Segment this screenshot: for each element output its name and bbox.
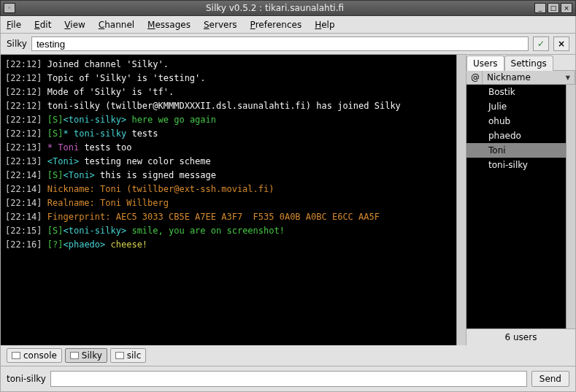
window-title: Silky v0.5.2 : tikari.saunalahti.fi — [15, 3, 534, 13]
channel-tab[interactable]: Silky — [65, 348, 107, 363]
userlist-item[interactable]: Bostik — [466, 85, 566, 99]
chat-line: [22:15] [S]<toni-silky> smile, you are o… — [5, 224, 452, 238]
userlist-col-nick[interactable]: Nickname ▼ — [483, 71, 575, 84]
chat-line: [22:13] <Toni> testing new color scheme — [5, 155, 452, 169]
maximize-button[interactable]: □ — [548, 3, 559, 13]
entry-row: toni-silky Send — [0, 366, 576, 392]
chat-line: [22:14] Realname: Toni Willberg — [5, 196, 452, 210]
menu-servers[interactable]: Servers — [204, 20, 237, 30]
chat-line: [22:12] [S]<toni-silky> here we go again — [5, 113, 452, 127]
userlist-header: @ Nickname ▼ — [466, 71, 575, 85]
entry-nick: toni-silky — [7, 374, 46, 384]
chat-line: [22:16] [?]<phaedo> cheese! — [5, 238, 452, 252]
message-input[interactable] — [50, 371, 527, 387]
channel-tab[interactable]: silc — [110, 348, 147, 363]
chat-scrollbar[interactable] — [456, 55, 466, 345]
window-icon — [12, 352, 20, 359]
sidebar-right: Users Settings @ Nickname ▼ BostikJulieo… — [466, 55, 575, 345]
chat-line: [22:13] * Toni tests too — [5, 141, 452, 155]
channel-tabs: consoleSilkysilc — [0, 345, 576, 366]
channel-tab-label: Silky — [82, 350, 102, 361]
main-body: [22:12] Joined channel 'Silky'.[22:12] T… — [0, 55, 576, 345]
menu-messages[interactable]: Messages — [147, 20, 191, 30]
topic-channel-label: Silky — [7, 39, 27, 49]
window-menu-icon[interactable]: ◦ — [4, 3, 15, 13]
chevron-down-icon: ▼ — [566, 74, 570, 81]
userlist-item[interactable]: Toni — [466, 143, 566, 158]
userlist-item[interactable]: phaedo — [466, 128, 566, 143]
userlist-scrollbar[interactable] — [566, 85, 575, 328]
userlist-col-mode[interactable]: @ — [466, 71, 483, 84]
topic-close-button[interactable]: × — [553, 36, 569, 51]
topic-accept-button[interactable]: ✓ — [533, 36, 549, 51]
window-titlebar: ◦ Silky v0.5.2 : tikari.saunalahti.fi _ … — [0, 0, 576, 16]
menu-file[interactable]: File — [7, 20, 21, 30]
minimize-button[interactable]: _ — [534, 3, 546, 13]
right-tabs: Users Settings — [466, 55, 575, 71]
chat-line: [22:14] Fingerprint: AEC5 3033 CB5E A7EE… — [5, 210, 452, 224]
menu-edit[interactable]: Edit — [34, 20, 51, 30]
menu-help[interactable]: Help — [315, 20, 334, 30]
chat-line: [22:12] Joined channel 'Silky'. — [5, 58, 452, 72]
chat-log[interactable]: [22:12] Joined channel 'Silky'.[22:12] T… — [1, 55, 456, 345]
menubar: File Edit View Channel Messages Servers … — [0, 16, 576, 34]
window-icon — [115, 352, 124, 359]
send-button[interactable]: Send — [531, 371, 569, 387]
menu-view[interactable]: View — [64, 20, 85, 30]
menu-channel[interactable]: Channel — [99, 20, 134, 30]
chat-line: [22:12] toni-silky (twillber@KMMMDXXXII.… — [5, 99, 452, 113]
chat-line: [22:12] Topic of 'Silky' is 'testing'. — [5, 72, 452, 85]
menu-preferences[interactable]: Preferences — [250, 20, 302, 30]
chat-line: [22:12] [S]* toni-silky tests — [5, 127, 452, 141]
userlist: BostikJulieohubphaedoTonitoni-silky — [466, 85, 566, 328]
check-icon: ✓ — [537, 39, 545, 49]
topic-row: Silky ✓ × — [0, 34, 576, 55]
channel-tab-label: silc — [127, 350, 142, 361]
userlist-item[interactable]: toni-silky — [466, 158, 566, 172]
close-window-button[interactable]: × — [561, 3, 572, 13]
tab-users[interactable]: Users — [466, 55, 504, 71]
chat-line: [22:14] Nickname: Toni (twillber@ext-ssh… — [5, 182, 452, 196]
userlist-item[interactable]: ohub — [466, 114, 566, 128]
window-icon — [70, 352, 79, 359]
chat-line: [22:12] Mode of 'Silky' is 'tf'. — [5, 85, 452, 99]
channel-tab-label: console — [23, 350, 57, 361]
close-icon: × — [558, 39, 565, 49]
tab-settings[interactable]: Settings — [504, 55, 553, 71]
userlist-item[interactable]: Julie — [466, 99, 566, 114]
user-count: 6 users — [466, 328, 575, 345]
chat-area-wrap: [22:12] Joined channel 'Silky'.[22:12] T… — [1, 55, 466, 345]
channel-tab[interactable]: console — [7, 348, 62, 363]
topic-input[interactable] — [31, 36, 529, 51]
chat-line: [22:14] [S]<Toni> this is signed message — [5, 169, 452, 182]
